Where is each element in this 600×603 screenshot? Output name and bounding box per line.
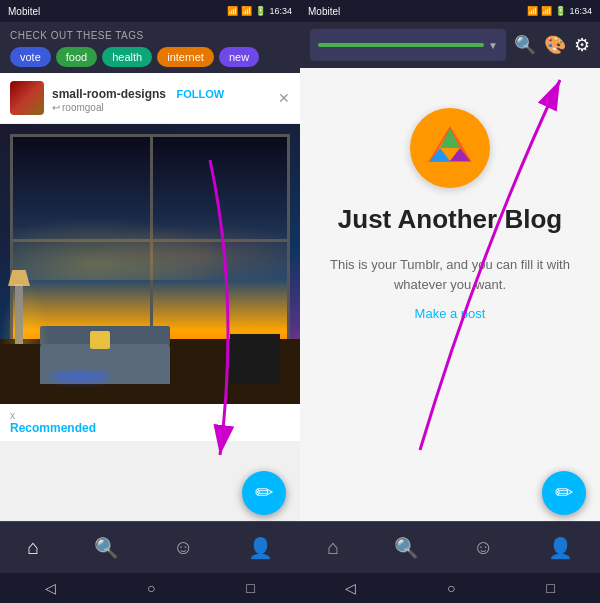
post-footer-x: x [10,410,290,421]
tag-health[interactable]: health [102,47,152,67]
blog-logo-svg [425,123,475,173]
follow-button[interactable]: FOLLOW [176,88,224,100]
window [10,134,290,344]
post-header: small-room-designs FOLLOW ↩ roomgoal ✕ [0,73,300,124]
dropdown-arrow-icon: ▼ [488,40,498,51]
status-bar-left: Mobitel 📶 📶 🔋 16:34 [0,0,300,22]
carrier-left: Mobitel [8,6,40,17]
make-post-link[interactable]: Make a post [415,306,486,321]
tag-internet[interactable]: internet [157,47,214,67]
fab-right[interactable]: ✏ [542,471,586,515]
blog-description: This is your Tumblr, and you can fill it… [300,255,600,294]
bottom-nav-left: ⌂ 🔍 ☺ 👤 [0,521,300,573]
post-footer: x Recommended [0,404,300,441]
post-sub-text: roomgoal [62,102,104,113]
time-right: 16:34 [569,6,592,16]
blog-selector[interactable]: ▼ [310,29,506,61]
recents-button-right[interactable]: □ [546,580,554,596]
profile-content: Just Another Blog This is your Tumblr, a… [300,68,600,521]
settings-icon[interactable]: ⚙ [574,34,590,56]
nav-search-right[interactable]: 🔍 [394,536,419,560]
nav-activity-left[interactable]: ☺ [173,536,193,559]
android-nav-right: ◁ ○ □ [300,573,600,603]
blog-title: Just Another Blog [338,204,562,235]
recommended-label: Recommended [10,421,290,435]
blue-glow [50,372,110,382]
tag-food[interactable]: food [56,47,97,67]
carrier-right: Mobitel [308,6,340,17]
back-button-left[interactable]: ◁ [45,580,56,596]
left-screen: Mobitel 📶 📶 🔋 16:34 CHECK OUT THESE TAGS… [0,0,300,603]
blog-selector-bar [318,43,484,47]
right-screen: Mobitel 📶 📶 🔋 16:34 ▼ 🔍 🎨 ⚙ [300,0,600,603]
time-left: 16:34 [269,6,292,16]
nav-account-left[interactable]: 👤 [248,536,273,560]
nav-activity-right[interactable]: ☺ [473,536,493,559]
post-card: small-room-designs FOLLOW ↩ roomgoal ✕ [0,73,300,441]
post-image [0,124,300,404]
post-info: small-room-designs FOLLOW ↩ roomgoal [52,84,270,113]
lamp-glow [0,284,50,344]
palette-icon[interactable]: 🎨 [544,34,566,56]
home-button-left[interactable]: ○ [147,580,155,596]
tag-vote[interactable]: vote [10,47,51,67]
tags-row: vote food health internet new [10,47,290,67]
room-scene [0,124,300,404]
tags-section-title: CHECK OUT THESE TAGS [10,30,290,41]
feed-area: small-room-designs FOLLOW ↩ roomgoal ✕ [0,73,300,521]
back-button-right[interactable]: ◁ [345,580,356,596]
app-bar-right: ▼ 🔍 🎨 ⚙ [300,22,600,68]
tv-stand [230,334,280,384]
post-avatar [10,81,44,115]
post-username: small-room-designs [52,87,166,101]
post-sub: ↩ roomgoal [52,102,270,113]
cushion [90,331,110,349]
post-username-row: small-room-designs FOLLOW [52,84,270,102]
reblog-icon: ↩ [52,102,60,113]
status-bar-right: Mobitel 📶 📶 🔋 16:34 [300,0,600,22]
search-icon[interactable]: 🔍 [514,34,536,56]
nav-search-left[interactable]: 🔍 [94,536,119,560]
tags-section: CHECK OUT THESE TAGS vote food health in… [0,22,300,73]
android-nav-left: ◁ ○ □ [0,573,300,603]
nav-home-left[interactable]: ⌂ [27,536,39,559]
nav-account-right[interactable]: 👤 [548,536,573,560]
blog-logo [410,108,490,188]
tag-new[interactable]: new [219,47,259,67]
home-button-right[interactable]: ○ [447,580,455,596]
close-button[interactable]: ✕ [278,90,290,106]
status-icons-left: 📶 📶 🔋 16:34 [227,6,292,16]
nav-home-right[interactable]: ⌂ [327,536,339,559]
recents-button-left[interactable]: □ [246,580,254,596]
fab-left[interactable]: ✏ [242,471,286,515]
status-icons-right: 📶 📶 🔋 16:34 [527,6,592,16]
bottom-nav-right: ⌂ 🔍 ☺ 👤 [300,521,600,573]
